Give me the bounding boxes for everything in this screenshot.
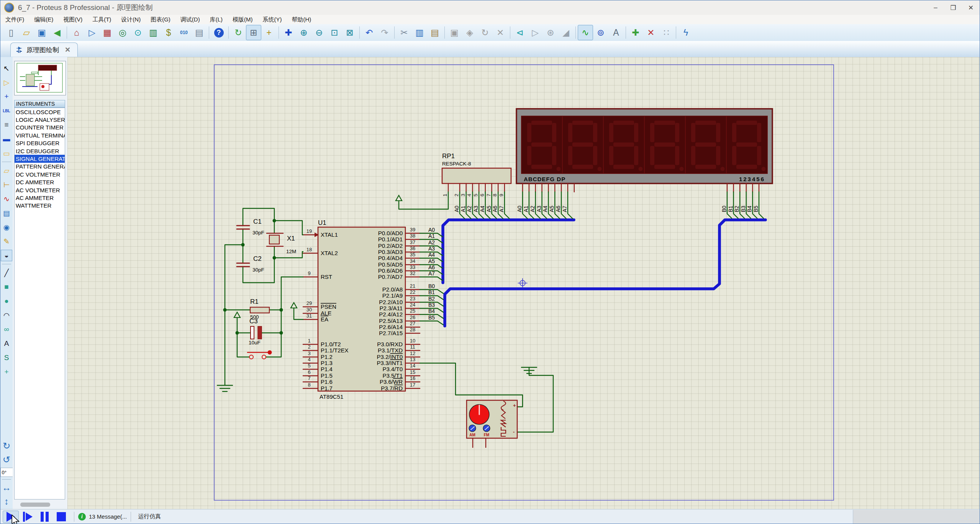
schematic-canvas[interactable]: U1AT89C5119XTAL118XTAL29RST29PSEN30ALE31… bbox=[67, 57, 980, 509]
block-rotate-icon[interactable]: ↻ bbox=[477, 25, 493, 40]
bill-of-materials-icon[interactable]: $ bbox=[161, 25, 176, 40]
undo-icon[interactable]: ↶ bbox=[362, 25, 377, 40]
message-info-icon[interactable]: i bbox=[78, 513, 86, 521]
menu-item-8[interactable]: 模版(M) bbox=[228, 16, 258, 23]
zoom-out-icon[interactable]: ⊖ bbox=[311, 25, 327, 40]
virtual-instruments-mode-icon[interactable]: ◒ bbox=[1, 250, 12, 261]
electrical-rule-check-icon[interactable]: ϟ bbox=[678, 25, 693, 40]
pcb-layout-icon[interactable]: ▦ bbox=[100, 25, 115, 40]
2d-line-mode-icon[interactable]: ╱ bbox=[1, 267, 12, 278]
new-project-icon[interactable]: ▯ bbox=[3, 25, 19, 40]
redraw-icon[interactable]: ↻ bbox=[231, 25, 246, 40]
instrument-item-10[interactable]: AC VOLTMETER bbox=[15, 186, 65, 194]
block-delete-icon[interactable]: ✕ bbox=[493, 25, 508, 40]
2d-arc-mode-icon[interactable]: ◠ bbox=[1, 309, 12, 321]
tape-recorder-mode-icon[interactable]: ▤ bbox=[1, 207, 12, 219]
packaging-tool-icon[interactable]: ⊛ bbox=[543, 25, 558, 40]
step-simulation-button[interactable] bbox=[20, 511, 36, 523]
cut-icon[interactable]: ✂ bbox=[397, 25, 412, 40]
2d-symbol-mode-icon[interactable]: S bbox=[1, 352, 12, 364]
instrument-item-6[interactable]: SIGNAL GENERATOR bbox=[15, 155, 65, 162]
menu-item-9[interactable]: 系统(Y) bbox=[257, 16, 287, 23]
origin-icon[interactable]: + bbox=[261, 25, 277, 40]
paste-icon[interactable]: ▤ bbox=[427, 25, 442, 40]
terminal-mode-icon[interactable]: ▱ bbox=[1, 165, 12, 176]
wire-autorouter-icon[interactable]: ∿ bbox=[578, 25, 593, 40]
mirror-horizontal-button[interactable]: ↔ bbox=[1, 482, 12, 493]
status-message[interactable]: 13 Message(... bbox=[89, 513, 127, 520]
search-and-tag-icon[interactable]: ⊚ bbox=[593, 25, 608, 40]
make-device-icon[interactable]: ▷ bbox=[528, 25, 543, 40]
bus-wires[interactable] bbox=[443, 220, 765, 326]
block-copy-icon[interactable]: ▣ bbox=[447, 25, 462, 40]
component-signal-generator[interactable]: AMFM+- bbox=[420, 363, 553, 447]
zoom-area-icon[interactable]: ⊠ bbox=[342, 25, 357, 40]
tab-schematic-capture[interactable]: 原理图绘制 ✕ bbox=[10, 43, 78, 57]
junction-dot-mode-icon[interactable]: + bbox=[1, 91, 12, 102]
2d-text-mode-icon[interactable]: A bbox=[1, 338, 12, 349]
property-assignment-tool-icon[interactable]: A bbox=[608, 25, 624, 40]
schematic-capture-icon[interactable]: ▷ bbox=[84, 25, 100, 40]
menu-item-5[interactable]: 图表(G) bbox=[146, 16, 175, 23]
open-project-icon[interactable]: ▱ bbox=[19, 25, 34, 40]
run-simulation-button[interactable] bbox=[3, 511, 19, 523]
help-icon[interactable]: ? bbox=[211, 25, 226, 40]
menu-item-1[interactable]: 编辑(E) bbox=[29, 16, 58, 23]
zoom-in-icon[interactable]: ⊕ bbox=[296, 25, 311, 40]
instrument-item-4[interactable]: SPI DEBUGGER bbox=[15, 139, 65, 147]
design-notes-icon[interactable]: ▤ bbox=[192, 25, 207, 40]
2d-path-mode-icon[interactable]: ∞ bbox=[1, 324, 12, 335]
instrument-item-2[interactable]: COUNTER TIMER bbox=[15, 124, 65, 131]
graph-mode-icon[interactable]: ∿ bbox=[1, 193, 12, 205]
menu-item-10[interactable]: 帮助(H) bbox=[287, 16, 316, 23]
instrument-item-9[interactable]: DC AMMETER bbox=[15, 178, 65, 186]
menu-item-4[interactable]: 设计(N) bbox=[116, 16, 146, 23]
menu-item-3[interactable]: 工具(T) bbox=[87, 16, 116, 23]
rotate-ccw-button[interactable]: ↺ bbox=[1, 454, 12, 465]
rotate-cw-button[interactable]: ↻ bbox=[1, 440, 12, 452]
component-rp1[interactable]: RP1RESPACK-8123456789A0A1A2A3A4A5A6A7 bbox=[399, 152, 511, 219]
instrument-item-7[interactable]: PATTERN GENERATOR bbox=[15, 163, 65, 170]
maximize-button[interactable]: ❒ bbox=[944, 1, 962, 14]
2d-circle-mode-icon[interactable]: ● bbox=[1, 295, 12, 307]
wire-label-mode-icon[interactable]: LBL bbox=[1, 105, 12, 116]
goto-child-sheet-icon[interactable]: ⊲ bbox=[512, 25, 528, 40]
design-explorer-icon[interactable]: ⊙ bbox=[130, 25, 146, 40]
grid-toggle-icon[interactable]: ⊞ bbox=[246, 25, 261, 40]
voltage-probe-mode-icon[interactable]: ✎ bbox=[1, 236, 12, 247]
remove-sheet-icon[interactable]: ✕ bbox=[643, 25, 659, 40]
new-root-sheet-icon[interactable]: ✚ bbox=[628, 25, 643, 40]
instrument-item-1[interactable]: LOGIC ANALYSER bbox=[15, 116, 65, 123]
bus-mode-icon[interactable]: ▬ bbox=[1, 133, 12, 145]
component-u1[interactable]: U1AT89C5119XTAL118XTAL29RST29PSEN30ALE31… bbox=[303, 219, 443, 400]
instrument-item-11[interactable]: AC AMMETER bbox=[15, 194, 65, 201]
netlist-to-pcb-icon[interactable]: ▥ bbox=[146, 25, 161, 40]
instrument-item-5[interactable]: I2C DEBUGGER bbox=[15, 147, 65, 155]
instrument-item-0[interactable]: OSCILLOSCOPE bbox=[15, 108, 65, 116]
pause-simulation-button[interactable] bbox=[36, 511, 52, 523]
tab-close-icon[interactable]: ✕ bbox=[65, 46, 70, 54]
3d-visualizer-icon[interactable]: ◎ bbox=[115, 25, 130, 40]
schematic-preview[interactable] bbox=[14, 61, 66, 95]
home-page-icon[interactable]: ⌂ bbox=[69, 25, 84, 40]
menu-item-6[interactable]: 调试(D) bbox=[175, 16, 205, 23]
mirror-vertical-button[interactable]: ↕ bbox=[1, 496, 12, 507]
device-pin-mode-icon[interactable]: ⊢ bbox=[1, 179, 12, 190]
instrument-item-3[interactable]: VIRTUAL TERMINAL bbox=[15, 131, 65, 139]
menu-item-2[interactable]: 视图(V) bbox=[58, 16, 87, 23]
subcircuit-mode-icon[interactable]: ▭ bbox=[1, 147, 12, 159]
menu-item-7[interactable]: 库(L) bbox=[205, 16, 228, 23]
zoom-all-icon[interactable]: ⊡ bbox=[327, 25, 342, 40]
instrument-item-12[interactable]: WATTMETER bbox=[15, 202, 65, 210]
schematic-drawing[interactable]: U1AT89C5119XTAL118XTAL29RST29PSEN30ALE31… bbox=[67, 57, 980, 510]
selection-mode-icon[interactable]: ↖ bbox=[1, 62, 12, 74]
panel-scrollbar-thumb[interactable] bbox=[20, 503, 50, 507]
copy-icon[interactable]: ▥ bbox=[412, 25, 427, 40]
2d-marker-mode-icon[interactable]: + bbox=[1, 366, 12, 378]
component-7seg-display[interactable]: ABCDEFG DP123456A0A1A2A3A4A5A6A7B0B1B2B3… bbox=[516, 109, 772, 219]
redo-icon[interactable]: ↷ bbox=[377, 25, 392, 40]
block-move-icon[interactable]: ◈ bbox=[462, 25, 477, 40]
2d-box-mode-icon[interactable]: ■ bbox=[1, 281, 12, 293]
component-mode-icon[interactable]: ▷ bbox=[1, 77, 12, 88]
save-project-icon[interactable]: ▣ bbox=[34, 25, 49, 40]
